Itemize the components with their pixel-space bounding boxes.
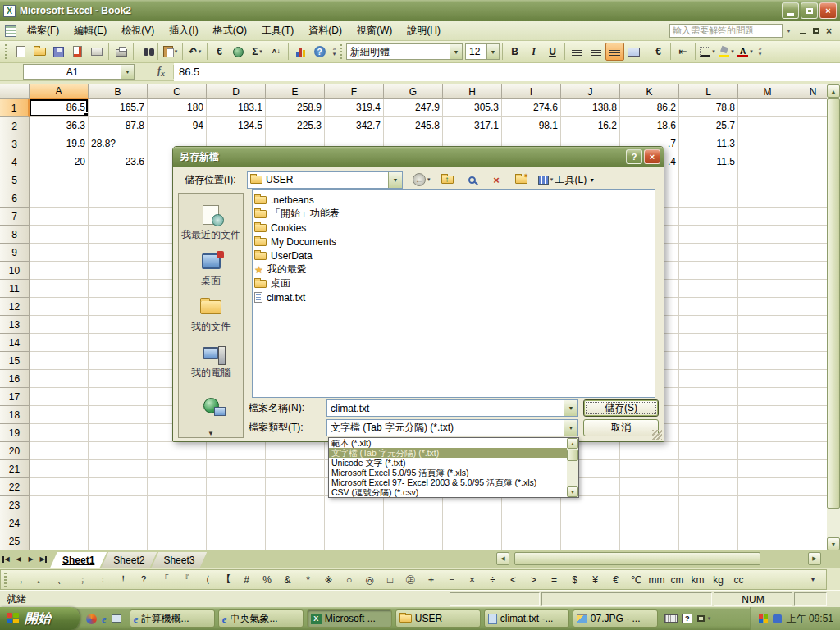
cell-J2[interactable]: 16.2 xyxy=(561,117,620,135)
symbol-button-33[interactable]: km xyxy=(687,574,708,586)
dropdown-scrollbar[interactable]: ▲ ▼ xyxy=(567,438,578,497)
cell-C25[interactable] xyxy=(148,532,207,550)
toolbar-options-icon[interactable]: »▾ xyxy=(329,42,340,62)
autosum-button[interactable]: Σ▾ xyxy=(248,43,267,61)
places-bar-item-0[interactable]: 我最近的文件 xyxy=(179,199,243,244)
cell-B7[interactable] xyxy=(89,208,148,226)
media-player-icon[interactable] xyxy=(86,614,97,624)
cell-G1[interactable]: 247.9 xyxy=(384,99,443,117)
workbook-close-icon[interactable]: × xyxy=(826,27,832,35)
cell-C23[interactable] xyxy=(148,496,207,514)
cell-L16[interactable] xyxy=(679,370,738,388)
scroll-left-icon[interactable]: ◀ xyxy=(496,552,509,565)
cell-M18[interactable] xyxy=(738,406,797,424)
cell-B11[interactable] xyxy=(89,280,148,298)
show-desktop-icon[interactable] xyxy=(112,614,121,623)
file-list-item-1[interactable]: 「開始」功能表 xyxy=(254,207,653,221)
cell-D20[interactable] xyxy=(207,442,266,460)
cell-B17[interactable] xyxy=(89,388,148,406)
cell-B1[interactable]: 165.7 xyxy=(89,99,148,117)
symbol-button-12[interactable]: % xyxy=(257,574,277,586)
cell-L23[interactable] xyxy=(679,496,738,514)
symbol-button-0[interactable]: ， xyxy=(11,573,31,587)
cell-E20[interactable] xyxy=(266,442,325,460)
cell-I24[interactable] xyxy=(502,514,561,532)
save-button[interactable] xyxy=(49,43,68,61)
cell-B3[interactable]: 28.8? xyxy=(89,135,148,153)
cell-B21[interactable] xyxy=(89,460,148,478)
cell-D22[interactable] xyxy=(207,478,266,496)
cell-L6[interactable] xyxy=(679,189,738,208)
file-list-item-3[interactable]: My Documents xyxy=(254,235,653,249)
question-box-input[interactable]: 輸入需要解答的問題 xyxy=(669,24,783,38)
cell-A15[interactable] xyxy=(30,352,89,370)
sheet-tab-sheet3[interactable]: Sheet3 xyxy=(151,552,207,568)
filetype-option-5[interactable]: CSV (逗號分隔) (*.csv) xyxy=(329,487,568,497)
cell-A5[interactable] xyxy=(30,171,89,189)
cell-L13[interactable] xyxy=(679,316,738,334)
workbook-restore-icon[interactable] xyxy=(813,28,819,34)
print-button[interactable] xyxy=(112,43,130,61)
cell-M23[interactable] xyxy=(738,496,797,514)
vertical-scrollbar[interactable]: ▲ ▼ xyxy=(827,84,840,550)
paste-button[interactable]: ▾ xyxy=(161,43,180,61)
cell-D25[interactable] xyxy=(207,532,266,550)
cell-F25[interactable] xyxy=(325,532,384,550)
cell-A4[interactable]: 20 xyxy=(30,153,89,171)
cell-A6[interactable] xyxy=(30,189,89,208)
cell-M24[interactable] xyxy=(738,514,797,532)
symbol-button-34[interactable]: kg xyxy=(708,574,728,586)
taskbar-task-2[interactable]: XMicrosoft ... xyxy=(307,609,392,628)
taskbar-task-0[interactable]: e計算機概... xyxy=(130,609,215,628)
symbol-button-28[interactable]: ¥ xyxy=(585,574,605,586)
insert-hyperlink-button[interactable] xyxy=(229,43,248,61)
cell-K25[interactable] xyxy=(620,532,679,550)
symbol-button-19[interactable]: ㊣ xyxy=(400,573,421,587)
cell-N9[interactable] xyxy=(797,244,827,262)
menu-item-6[interactable]: 資料(D) xyxy=(301,21,349,40)
undo-button[interactable]: ↶▾ xyxy=(185,43,204,61)
cell-N10[interactable] xyxy=(797,262,827,280)
cell-L3[interactable]: 11.3 xyxy=(679,135,738,153)
save-button[interactable]: 儲存(S) xyxy=(583,399,659,417)
row-header-4[interactable]: 4 xyxy=(0,153,30,171)
cell-M17[interactable] xyxy=(738,388,797,406)
symbol-button-24[interactable]: < xyxy=(503,574,523,586)
symbol-button-1[interactable]: 。 xyxy=(31,573,52,587)
cell-N12[interactable] xyxy=(797,298,827,316)
cell-K1[interactable]: 86.2 xyxy=(620,99,679,117)
cell-N18[interactable] xyxy=(797,406,827,424)
column-header-J[interactable]: J xyxy=(561,84,620,99)
cell-A17[interactable] xyxy=(30,388,89,406)
chevron-down-icon[interactable]: ▼ xyxy=(564,420,578,436)
column-header-C[interactable]: C xyxy=(148,84,207,99)
cell-N25[interactable] xyxy=(797,532,827,550)
start-button[interactable]: 開始 xyxy=(0,607,80,630)
workbook-minimize-icon[interactable] xyxy=(800,33,806,34)
new-workbook-button[interactable] xyxy=(11,43,30,61)
column-header-D[interactable]: D xyxy=(207,84,266,99)
row-header-3[interactable]: 3 xyxy=(0,135,30,153)
cell-M1[interactable] xyxy=(738,99,797,117)
symbol-button-31[interactable]: mm xyxy=(646,574,667,586)
row-header-2[interactable]: 2 xyxy=(0,117,30,135)
cell-B9[interactable] xyxy=(89,244,148,262)
cell-H24[interactable] xyxy=(443,514,502,532)
symbol-button-18[interactable]: □ xyxy=(380,574,400,586)
cell-J1[interactable]: 138.8 xyxy=(561,99,620,117)
cell-F24[interactable] xyxy=(325,514,384,532)
cell-H2[interactable]: 317.1 xyxy=(443,117,502,135)
cell-M14[interactable] xyxy=(738,334,797,352)
cell-L17[interactable] xyxy=(679,388,738,406)
cell-E1[interactable]: 258.9 xyxy=(266,99,325,117)
font-size-combo[interactable]: 12 ▼ xyxy=(465,43,500,60)
chevron-down-icon[interactable]: ▼ xyxy=(388,172,402,188)
symbol-button-11[interactable]: # xyxy=(236,574,257,586)
row-header-10[interactable]: 10 xyxy=(0,262,30,280)
scroll-up-icon[interactable]: ▲ xyxy=(567,438,578,449)
row-header-16[interactable]: 16 xyxy=(0,370,30,388)
symbol-button-30[interactable]: ℃ xyxy=(626,574,646,586)
cell-B2[interactable]: 87.8 xyxy=(89,117,148,135)
tray-app-icon[interactable] xyxy=(773,614,782,623)
cell-M5[interactable] xyxy=(738,171,797,189)
